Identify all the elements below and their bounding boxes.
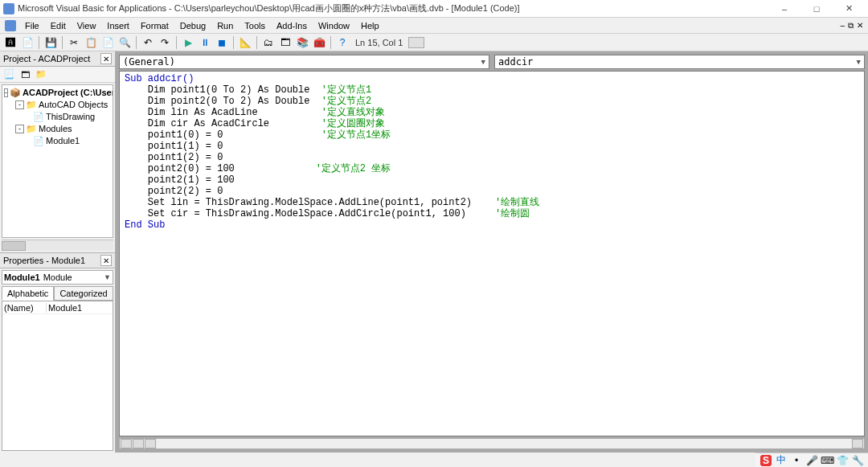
tree-root-label: ACADProject (C:\User — [23, 87, 113, 99]
vba-icon — [5, 20, 16, 31]
view-object-button[interactable]: 🗔 — [18, 68, 32, 81]
find-button[interactable]: 🔍 — [117, 35, 132, 50]
properties-object-name: Module1 — [4, 272, 40, 282]
object-browser-button[interactable]: 📚 — [295, 35, 309, 50]
procedure-combo[interactable]: addcir ▼ — [494, 55, 865, 69]
menu-bar: File Edit View Insert Format Debug Run T… — [0, 18, 868, 34]
tree-modules[interactable]: - 📁 Modules — [2, 123, 113, 135]
tray-keyboard-icon[interactable]: ⌨ — [821, 455, 833, 466]
tray-tool-icon[interactable]: 🔧 — [852, 455, 863, 466]
object-combo[interactable]: (General) ▼ — [119, 55, 489, 69]
scroll-right-button[interactable] — [852, 439, 863, 449]
copy-button[interactable]: 📋 — [84, 35, 98, 50]
sogou-ime-icon[interactable]: S — [760, 455, 772, 466]
mdi-restore-button[interactable]: ⧉ — [848, 21, 854, 31]
run-button[interactable]: ▶ — [181, 35, 195, 50]
title-bar: Microsoft Visual Basic for Applications … — [0, 0, 868, 18]
tree-root[interactable]: - 📦 ACADProject (C:\User — [2, 87, 113, 99]
break-button[interactable]: ⏸ — [198, 35, 212, 50]
tray-skin-icon[interactable]: 👕 — [837, 455, 848, 466]
properties-grid[interactable]: (Name) Module1 — [2, 301, 113, 451]
mdi-minimize-button[interactable]: – — [840, 21, 845, 31]
tray-punct-icon[interactable]: • — [791, 455, 802, 466]
maximize-button[interactable]: □ — [800, 1, 833, 17]
folder-icon: 📁 — [26, 124, 37, 135]
scroll-left-button[interactable] — [145, 439, 156, 449]
chevron-down-icon[interactable]: ▼ — [481, 58, 485, 66]
tree-thisdrawing[interactable]: 📄 ThisDrawing — [2, 111, 113, 123]
tree-folder-label: AutoCAD Objects — [39, 99, 108, 111]
ime-lang-icon[interactable]: 中 — [776, 455, 787, 466]
properties-object-type: Module — [43, 272, 72, 282]
menu-tools[interactable]: Tools — [239, 19, 271, 32]
toolbar-gripper[interactable] — [408, 37, 424, 48]
tab-alphabetic[interactable]: Alphabetic — [2, 286, 54, 301]
standard-toolbar: 🅰 📄 💾 ✂ 📋 📄 🔍 ↶ ↷ ▶ ⏸ ◼ 📐 🗂 🗔 📚 🧰 ? Ln 1… — [0, 34, 868, 51]
menu-addins[interactable]: Add-Ins — [271, 19, 313, 32]
menu-edit[interactable]: Edit — [45, 19, 72, 32]
menu-run[interactable]: Run — [211, 19, 239, 32]
scroll-thumb[interactable] — [2, 241, 26, 251]
save-button[interactable]: 💾 — [43, 35, 58, 50]
module-icon: 📄 — [33, 136, 44, 147]
menu-debug[interactable]: Debug — [174, 19, 211, 32]
tree-item-label: ThisDrawing — [46, 111, 95, 123]
project-tree[interactable]: - 📦 ACADProject (C:\User - 📁 AutoCAD Obj… — [2, 84, 113, 238]
chevron-down-icon[interactable]: ▼ — [104, 273, 111, 281]
paste-button[interactable]: 📄 — [100, 35, 115, 50]
help-button[interactable]: ? — [335, 35, 350, 50]
redo-button[interactable]: ↷ — [158, 35, 172, 50]
properties-window-button[interactable]: 🗔 — [278, 35, 293, 50]
tree-toggle-icon[interactable]: - — [4, 88, 8, 97]
menu-format[interactable]: Format — [135, 19, 174, 32]
scroll-track[interactable] — [157, 439, 851, 449]
properties-panel-close[interactable]: ✕ — [100, 255, 112, 266]
object-combo-value: (General) — [123, 56, 175, 68]
menu-window[interactable]: Window — [313, 19, 355, 32]
cursor-position: Ln 15, Col 1 — [355, 38, 403, 47]
close-button[interactable]: ✕ — [833, 1, 865, 17]
full-module-view-button[interactable] — [133, 439, 144, 449]
toggle-folders-button[interactable]: 📁 — [34, 68, 48, 81]
tree-module1[interactable]: 📄 Module1 — [2, 135, 113, 147]
tray-mic-icon[interactable]: 🎤 — [806, 455, 817, 466]
reset-button[interactable]: ◼ — [215, 35, 229, 50]
procedure-view-button[interactable] — [121, 439, 132, 449]
project-toolbar: 📃 🗔 📁 — [0, 67, 115, 83]
project-scroll-h[interactable] — [2, 240, 113, 251]
code-editor[interactable]: Sub addcir() Dim point1(0 To 2) As Doubl… — [119, 71, 865, 436]
property-row[interactable]: (Name) Module1 — [2, 301, 113, 314]
property-key: (Name) — [2, 303, 47, 313]
tab-categorized[interactable]: Categorized — [54, 286, 113, 301]
properties-object-combo[interactable]: Module1 Module ▼ — [2, 270, 113, 285]
view-acad-button[interactable]: 🅰 — [3, 35, 18, 50]
properties-panel-header: Properties - Module1 ✕ — [0, 252, 115, 268]
system-tray: S 中 • 🎤 ⌨ 👕 🔧 — [755, 453, 868, 467]
chevron-down-icon[interactable]: ▼ — [857, 58, 861, 66]
view-code-button[interactable]: 📃 — [2, 68, 16, 81]
tree-autocad-objects[interactable]: - 📁 AutoCAD Objects — [2, 99, 113, 111]
app-icon — [3, 3, 14, 14]
property-value[interactable]: Module1 — [47, 303, 82, 313]
menu-file[interactable]: File — [19, 19, 45, 32]
design-mode-button[interactable]: 📐 — [238, 35, 252, 50]
mdi-close-button[interactable]: ✕ — [857, 21, 863, 31]
menu-view[interactable]: View — [72, 19, 102, 32]
project-explorer-button[interactable]: 🗂 — [261, 35, 276, 50]
code-scroll-h[interactable] — [119, 438, 865, 449]
toolbox-button[interactable]: 🧰 — [312, 35, 326, 50]
project-panel-close[interactable]: ✕ — [100, 53, 112, 64]
menu-help[interactable]: Help — [355, 19, 385, 32]
minimize-button[interactable]: – — [768, 1, 800, 17]
window-title: Microsoft Visual Basic for Applications … — [18, 2, 768, 14]
undo-button[interactable]: ↶ — [141, 35, 155, 50]
cut-button[interactable]: ✂ — [67, 35, 81, 50]
properties-panel-title: Properties - Module1 — [3, 256, 85, 265]
tree-folder-label: Modules — [39, 123, 72, 135]
menu-insert[interactable]: Insert — [101, 19, 135, 32]
tree-toggle-icon[interactable]: - — [15, 125, 24, 133]
project-panel-title: Project - ACADProject — [3, 54, 90, 63]
tree-toggle-icon[interactable]: - — [15, 100, 24, 109]
insert-module-button[interactable]: 📄 — [20, 35, 35, 50]
project-icon: 📦 — [10, 88, 21, 99]
